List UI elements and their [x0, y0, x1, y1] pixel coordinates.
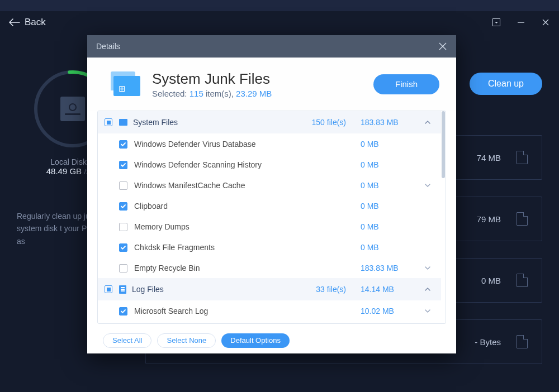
row-size: 0 MB: [361, 243, 422, 252]
minimize-button[interactable]: [517, 18, 525, 27]
row-name: Windows Defender Scanning History: [134, 160, 262, 169]
row-checkbox[interactable]: [119, 140, 127, 149]
chevron-down-icon[interactable]: [422, 182, 433, 189]
row-checkbox[interactable]: [119, 264, 127, 273]
row-checkbox[interactable]: [119, 223, 127, 231]
group-header[interactable]: System Files150 file(s)183.83 MB: [98, 111, 441, 133]
card-size: - Bytes: [475, 337, 501, 347]
scrollbar-track[interactable]: [441, 111, 446, 323]
card-size: 74 MB: [477, 153, 501, 162]
group-file-count: 33 file(s): [316, 285, 346, 294]
row-size: 0 MB: [361, 181, 422, 190]
folder-windows-icon: ⊞: [111, 71, 142, 97]
row-size: 0 MB: [361, 202, 422, 211]
selected-summary: Selected: 115 item(s), 23.29 MB: [152, 89, 272, 98]
group-name: System Files: [133, 118, 178, 127]
row-name: Memory Dumps: [134, 222, 190, 231]
row-name: Empty Recycle Bin: [134, 264, 200, 273]
select-none-button[interactable]: Select None: [157, 333, 216, 348]
row-size: 0 MB: [361, 222, 422, 231]
file-row[interactable]: Windows Defender Scanning History0 MB: [98, 154, 441, 175]
chevron-down-icon[interactable]: [422, 265, 433, 271]
document-icon: [517, 335, 528, 348]
row-name: Clipboard: [134, 202, 168, 211]
file-row[interactable]: Windows Defender Virus Database0 MB: [98, 133, 441, 154]
group-size: 14.14 MB: [361, 285, 422, 294]
document-icon: [517, 151, 528, 164]
row-size: 183.83 MB: [361, 264, 422, 273]
row-name: Windows Defender Virus Database: [134, 140, 256, 149]
disk-icon: [60, 97, 85, 121]
group-checkbox[interactable]: [105, 285, 112, 293]
back-button[interactable]: Back: [9, 17, 46, 28]
row-size: 0 MB: [361, 140, 422, 149]
group-file-count: 150 file(s): [312, 118, 346, 127]
modal-close-button[interactable]: [438, 42, 447, 51]
finish-label: Finish: [395, 79, 418, 89]
group-header[interactable]: Log Files33 file(s)14.14 MB: [98, 278, 441, 300]
file-row[interactable]: Clipboard0 MB: [98, 195, 441, 216]
file-row[interactable]: Microsoft Search Log10.02 MB: [98, 300, 441, 321]
log-file-icon: [119, 285, 126, 294]
row-checkbox[interactable]: [119, 243, 127, 252]
file-row[interactable]: Chkdsk File Fragments0 MB: [98, 237, 441, 257]
row-name: Microsoft Search Log: [134, 307, 208, 315]
cleanup-button[interactable]: Clean up: [470, 73, 542, 95]
row-checkbox[interactable]: [119, 202, 127, 211]
row-size: 0 MB: [361, 160, 422, 169]
row-checkbox[interactable]: [119, 181, 127, 190]
group-name: Log Files: [132, 285, 164, 294]
row-size: 10.02 MB: [361, 307, 422, 315]
document-icon: [517, 212, 528, 226]
row-checkbox[interactable]: [119, 307, 127, 315]
document-icon: [517, 274, 528, 287]
arrow-left-icon: [9, 18, 20, 26]
file-row[interactable]: Windows ManifestCache Cache0 MB: [98, 175, 441, 195]
group-checkbox[interactable]: [105, 118, 112, 126]
group-size: 183.83 MB: [361, 118, 422, 127]
select-all-button[interactable]: Select All: [103, 333, 151, 348]
chevron-up-icon[interactable]: [422, 119, 433, 126]
card-size: 0 MB: [481, 276, 501, 285]
row-checkbox[interactable]: [119, 161, 127, 169]
scrollbar-thumb[interactable]: [442, 111, 445, 178]
modal-title: Details: [96, 42, 120, 51]
close-button[interactable]: [541, 18, 550, 27]
system-file-icon: [119, 119, 127, 126]
file-row[interactable]: Memory Dumps0 MB: [98, 216, 441, 237]
back-label: Back: [25, 17, 46, 28]
card-size: 79 MB: [477, 214, 501, 224]
dropdown-button[interactable]: [492, 18, 501, 27]
default-options-button[interactable]: Default Options: [221, 333, 290, 348]
finish-button[interactable]: Finish: [373, 74, 439, 94]
disk-used: 48.49 GB: [46, 166, 82, 176]
category-title: System Junk Files: [152, 70, 272, 88]
chevron-down-icon[interactable]: [422, 308, 433, 314]
chevron-up-icon[interactable]: [422, 286, 433, 293]
file-row[interactable]: Empty Recycle Bin183.83 MB: [98, 257, 441, 278]
cleanup-label: Clean up: [488, 79, 524, 89]
row-name: Windows ManifestCache Cache: [134, 181, 245, 190]
row-name: Chkdsk File Fragments: [134, 243, 215, 252]
